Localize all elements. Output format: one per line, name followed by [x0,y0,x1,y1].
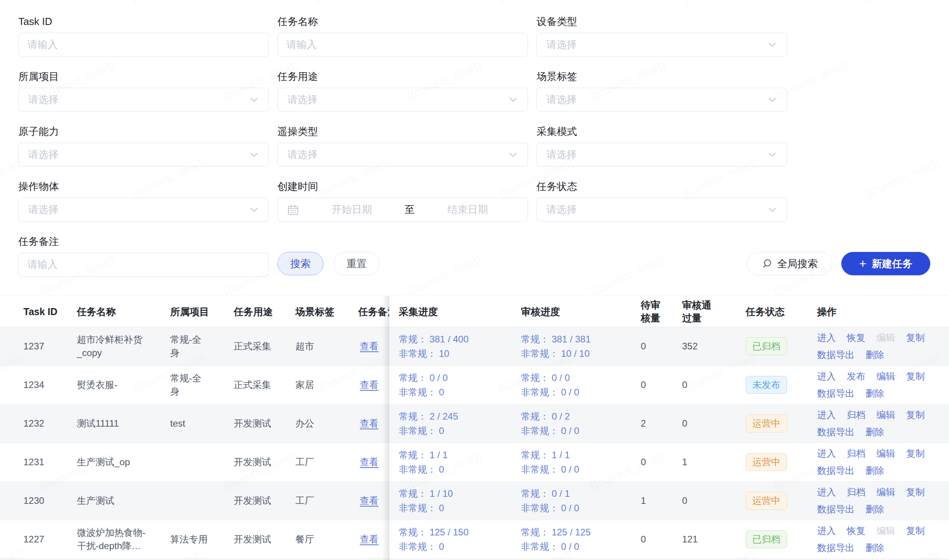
edit-link[interactable]: 编辑 [876,408,895,422]
archive-link[interactable]: 归档 [847,408,865,422]
export-data-link[interactable]: 数据导出 [817,425,855,439]
purpose-cell: 开发测试 [234,455,295,469]
delete-link[interactable]: 删除 [865,503,884,516]
filter-form: Task ID 任务名称 设备类型 请选择 所属项目 请选择 任务用途 请选择 … [18,15,787,276]
view-remark-link[interactable]: 查看 [360,534,379,544]
actions-cell: 进入 归档 编辑 复制 数据导出 删除 [817,408,949,439]
restore-link[interactable]: 恢复 [847,524,865,537]
collect-progress-cell: 常规： 381 / 400非常规： 10 [389,332,518,361]
delete-link[interactable]: 删除 [865,425,884,439]
view-remark-link[interactable]: 查看 [360,341,379,351]
copy-link[interactable]: 复制 [906,331,925,344]
copy-link[interactable]: 复制 [906,408,925,422]
export-data-link[interactable]: 数据导出 [817,387,855,400]
copy-link[interactable]: 复制 [906,524,925,537]
view-remark-link[interactable]: 查看 [360,495,379,506]
view-remark-link[interactable]: 查看 [360,457,379,467]
purpose-select[interactable]: 请选择 [277,88,528,112]
end-date-placeholder[interactable]: 结束日期 [417,203,518,216]
task-table: Task ID 任务名称 所属项目 任务用途 场景标签 任务备注 采集进度 审核… [0,296,949,560]
search-icon [762,258,773,269]
scene-cell: 办公 [295,417,358,430]
reset-button[interactable]: 重置 [334,252,380,275]
view-remark-link[interactable]: 查看 [360,418,379,429]
export-data-link[interactable]: 数据导出 [817,464,855,477]
enter-link[interactable]: 进入 [817,408,836,422]
enter-link[interactable]: 进入 [817,524,836,537]
task-id-input[interactable] [19,39,268,51]
delete-link[interactable]: 删除 [865,464,884,477]
table-row: 1234 熨烫衣服- 常规-全 身 正式采集 家居 查看 常规： 0 / 0非常… [0,366,949,404]
edit-link[interactable]: 编辑 [876,447,895,460]
status-badge: 未发布 [746,376,787,394]
actions-cell: 进入 归档 编辑 复制 数据导出 删除 [817,447,949,477]
field-label: 创建时间 [277,180,528,193]
restore-link[interactable]: 恢复 [847,331,865,344]
publish-link[interactable]: 发布 [847,370,865,383]
collect-mode-select[interactable]: 请选择 [537,143,787,167]
global-actions: 全局搜索 + 新建任务 [747,252,930,275]
chevron-down-icon [508,95,518,105]
global-search-button[interactable]: 全局搜索 [747,252,832,275]
scene-cell: 超市 [295,340,358,353]
passed-count-cell: 0 [680,378,746,392]
table-row: 1232 测试11111 test 开发测试 办公 查看 常规： 2 / 245… [0,404,949,443]
operate-object-select[interactable]: 请选择 [18,198,269,222]
col-task-id: Task ID [0,305,77,318]
enter-link[interactable]: 进入 [817,447,836,460]
chevron-down-icon [767,205,777,215]
view-remark-link[interactable]: 查看 [360,379,379,390]
field-label: 遥操类型 [277,125,528,138]
task-name-input[interactable] [278,39,528,51]
delete-link[interactable]: 删除 [865,541,884,555]
remark-cell: 查看 [358,494,389,507]
select-placeholder: 请选择 [546,93,577,106]
status-badge: 运营中 [746,492,787,510]
search-button[interactable]: 搜索 [277,252,323,275]
create-time-range[interactable]: 开始日期 至 结束日期 [277,198,528,222]
scene-tag-select[interactable]: 请选择 [537,88,787,112]
archive-link[interactable]: 归档 [847,447,865,460]
project-select[interactable]: 请选择 [18,88,269,112]
export-data-link[interactable]: 数据导出 [817,503,855,516]
chevron-down-icon [249,95,259,105]
review-progress-cell: 常规： 125 / 125非常规： 0 / 0 [518,525,636,554]
task-status-select[interactable]: 请选择 [537,198,787,222]
create-task-button[interactable]: + 新建任务 [841,252,930,275]
table-row: 1230 生产测试 开发测试 工厂 查看 常规： 1 / 10非常规： 0 常规… [0,482,949,520]
scene-cell: 家居 [295,378,358,392]
copy-link[interactable]: 复制 [906,370,925,383]
export-data-link[interactable]: 数据导出 [817,348,855,362]
field-label: 采集模式 [537,125,787,138]
archive-link[interactable]: 归档 [847,486,865,499]
calendar-icon [287,204,299,216]
review-progress-cell: 常规： 381 / 381非常规： 10 / 10 [518,332,636,361]
col-scene-tag: 场景标签 [295,305,358,318]
atomic-ability-select[interactable]: 请选择 [18,143,269,167]
status-badge: 运营中 [746,453,787,471]
pending-count-cell: 0 [636,533,680,546]
copy-link[interactable]: 复制 [906,486,925,499]
copy-link[interactable]: 复制 [906,447,925,460]
table-row: 1231 生产测试_op 开发测试 工厂 查看 常规： 1 / 1非常规： 0 … [0,443,949,482]
delete-link[interactable]: 删除 [865,387,884,400]
status-cell: 运营中 [746,415,817,432]
passed-count-cell: 0 [680,417,746,430]
purpose-cell: 开发测试 [234,494,295,507]
edit-link[interactable]: 编辑 [876,370,895,383]
select-placeholder: 请选择 [546,203,577,216]
export-data-link[interactable]: 数据导出 [817,541,855,555]
start-date-placeholder[interactable]: 开始日期 [301,203,402,216]
purpose-cell: 正式采集 [234,340,295,353]
enter-link[interactable]: 进入 [817,370,836,383]
edit-link[interactable]: 编辑 [876,486,895,499]
review-progress-cell: 常规： 1 / 1非常规： 0 / 0 [518,448,636,477]
enter-link[interactable]: 进入 [817,486,836,499]
enter-link[interactable]: 进入 [817,331,836,344]
task-remark-input[interactable] [19,259,268,271]
scene-cell: 餐厅 [295,533,358,546]
delete-link[interactable]: 删除 [865,348,884,362]
device-type-select[interactable]: 请选择 [537,33,787,57]
task-id-cell: 1231 [0,455,77,469]
teleop-type-select[interactable]: 请选择 [277,143,528,167]
